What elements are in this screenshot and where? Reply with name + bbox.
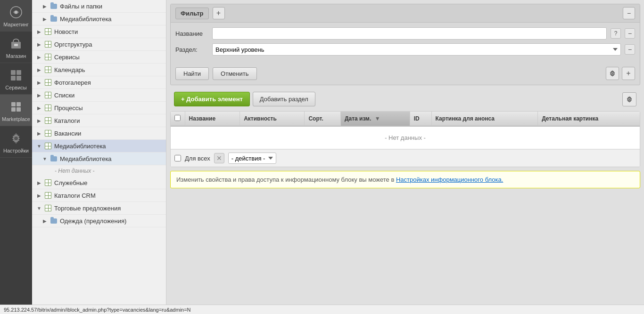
tree-panel: ▶ Файлы и папки ▶ Медиабиблиотека ▶ Ново… xyxy=(32,0,166,314)
tree-item-orgstructure[interactable]: ▶ Оргструктура xyxy=(32,38,166,51)
tree-item-services-label: Сервисы xyxy=(54,54,80,61)
tree-item-calendar-label: Календарь xyxy=(54,66,85,73)
tree-arrow-orgstructure: ▶ xyxy=(36,41,42,48)
tree-item-media2[interactable]: ▼ Медиабиблиотека xyxy=(32,140,166,153)
tree-item-news[interactable]: ▶ Новости xyxy=(32,25,166,38)
tree-arrow-gallery: ▶ xyxy=(36,79,42,86)
th-id[interactable]: ID xyxy=(410,112,431,126)
grid-icon-crm xyxy=(44,192,52,199)
svg-rect-7 xyxy=(17,76,21,81)
svg-point-13 xyxy=(14,137,18,140)
sidebar-item-marketing[interactable]: Маркетинг xyxy=(0,0,32,32)
filter-actions-left: Найти Отменить xyxy=(175,67,257,80)
tree-arrow-service2: ▶ xyxy=(36,179,42,186)
grid-icon-tradeoffers xyxy=(44,204,52,212)
tree-item-tradeoffers[interactable]: ▼ Торговые предложения xyxy=(32,202,166,215)
th-sort[interactable]: Сорт. xyxy=(305,112,341,126)
tree-item-service2[interactable]: ▶ Служебные xyxy=(32,177,166,189)
toolbar-gear-button[interactable] xyxy=(622,92,636,106)
info-text: Изменить свойства и права доступа к инфо… xyxy=(176,176,396,183)
filter-help-button[interactable]: ? xyxy=(611,28,621,39)
tree-arrow-clothing: ▶ xyxy=(41,217,48,224)
add-element-button[interactable]: + Добавить элемент xyxy=(174,92,250,106)
tree-arrow-calendar: ▶ xyxy=(36,66,42,73)
svg-rect-9 xyxy=(17,102,21,106)
th-detail-image[interactable]: Детальная картинка xyxy=(538,112,640,126)
sidebar-item-shop[interactable]: Магазин xyxy=(0,32,32,63)
tree-item-files[interactable]: ▶ Файлы и папки xyxy=(32,0,166,13)
add-section-button[interactable]: Добавить раздел xyxy=(253,92,315,106)
grid-icon-vacancies xyxy=(44,129,52,137)
footer-actions-select[interactable]: - действия - xyxy=(228,153,276,164)
sidebar-item-shop-label: Магазин xyxy=(6,53,26,59)
tree-arrow-tradeoffers: ▼ xyxy=(36,205,42,211)
tree-item-files-label: Файлы и папки xyxy=(60,3,102,10)
info-link[interactable]: Настройках информационного блока. xyxy=(396,176,503,183)
footer-x-button[interactable]: ✕ xyxy=(214,153,224,163)
tree-item-clothing[interactable]: ▶ Одежда (предложения) xyxy=(32,215,166,227)
filter-title-area: Фильтр + xyxy=(175,7,225,19)
services-icon xyxy=(8,68,24,83)
tree-item-calendar[interactable]: ▶ Календарь xyxy=(32,64,166,76)
th-name[interactable]: Название xyxy=(185,112,240,126)
filter-input-name[interactable] xyxy=(212,27,607,40)
tree-item-processes[interactable]: ▶ Процессы xyxy=(32,102,166,114)
tree-item-crm-label: Каталоги CRM xyxy=(54,192,96,199)
footer-checkbox[interactable] xyxy=(174,155,181,161)
tree-item-vacancies[interactable]: ▶ Вакансии xyxy=(32,127,166,140)
table-container: Название Активность Сорт. Дата изм. ▼ ID xyxy=(170,111,640,167)
tree-item-gallery[interactable]: ▶ Фотогалерея xyxy=(32,76,166,89)
grid-icon-news xyxy=(44,28,52,35)
filter-minimize-button[interactable]: − xyxy=(623,7,635,19)
tree-item-lists[interactable]: ▶ Списки xyxy=(32,89,166,102)
sidebar-item-services[interactable]: Сервисы xyxy=(0,63,32,95)
shop-icon xyxy=(8,36,24,51)
tree-item-media1[interactable]: ▶ Медиабиблиотека xyxy=(32,13,166,25)
tree-item-catalogs[interactable]: ▶ Каталоги xyxy=(32,114,166,127)
sidebar-item-marketing-label: Маркетинг xyxy=(3,22,28,27)
filter-plus-button[interactable]: + xyxy=(622,67,635,80)
footer-for-all-label: Для всех xyxy=(185,155,210,162)
tree-item-services-tree[interactable]: ▶ Сервисы xyxy=(32,51,166,64)
sidebar: Маркетинг Магазин Сервисы xyxy=(0,0,32,314)
filter-header: Фильтр + − xyxy=(171,4,640,23)
tree-arrow-services: ▶ xyxy=(36,54,42,60)
filter-remove-name-button[interactable]: − xyxy=(625,28,635,39)
th-preview-image[interactable]: Картинка для анонса xyxy=(431,112,538,126)
folder-icon xyxy=(50,2,58,10)
filter-add-button[interactable]: + xyxy=(213,7,225,19)
folder-icon-media1 xyxy=(50,15,58,23)
folder-icon-media2 xyxy=(50,155,58,162)
grid-icon-calendar xyxy=(44,66,52,73)
sidebar-item-settings[interactable]: Настройки xyxy=(0,126,32,158)
tree-arrow-media2: ▼ xyxy=(36,143,42,149)
th-activity[interactable]: Активность xyxy=(240,112,305,126)
tree-arrow-processes: ▶ xyxy=(36,105,42,111)
main-table: Название Активность Сорт. Дата изм. ▼ ID xyxy=(171,112,640,149)
th-checkbox xyxy=(171,112,185,126)
filter-cancel-button[interactable]: Отменить xyxy=(213,67,256,80)
tree-item-tradeoffers-label: Торговые предложения xyxy=(54,205,121,212)
filter-actions: Найти Отменить + xyxy=(171,64,640,85)
filter-remove-section-button[interactable]: − xyxy=(625,44,635,55)
marketplace-icon xyxy=(8,99,24,114)
tree-item-media2-child-label: Медиабиблиотека xyxy=(60,155,112,162)
filter-select-section[interactable]: Верхний уровень xyxy=(212,43,621,56)
th-date[interactable]: Дата изм. ▼ xyxy=(340,112,410,126)
grid-icon-orgstructure xyxy=(44,40,52,48)
select-all-checkbox[interactable] xyxy=(174,115,181,121)
settings-icon xyxy=(8,131,24,146)
main-content: Фильтр + − Название ? − Раздел: Верхний … xyxy=(166,0,644,314)
tree-item-lists-label: Списки xyxy=(54,92,74,99)
filter-gear-button[interactable] xyxy=(606,67,619,80)
tree-item-media1-label: Медиабиблиотека xyxy=(60,16,112,23)
tree-item-crm[interactable]: ▶ Каталоги CRM xyxy=(32,189,166,202)
tree-arrow-catalogs: ▶ xyxy=(36,117,42,124)
filter-find-button[interactable]: Найти xyxy=(175,67,209,80)
sidebar-item-services-label: Сервисы xyxy=(5,85,27,90)
tree-arrow-news: ▶ xyxy=(36,28,42,35)
grid-icon-services xyxy=(44,53,52,61)
tree-item-media2-child[interactable]: ▼ Медиабиблиотека xyxy=(32,153,166,165)
info-block: Изменить свойства и права доступа к инфо… xyxy=(170,171,640,188)
sidebar-item-marketplace[interactable]: Marketplace xyxy=(0,95,32,126)
